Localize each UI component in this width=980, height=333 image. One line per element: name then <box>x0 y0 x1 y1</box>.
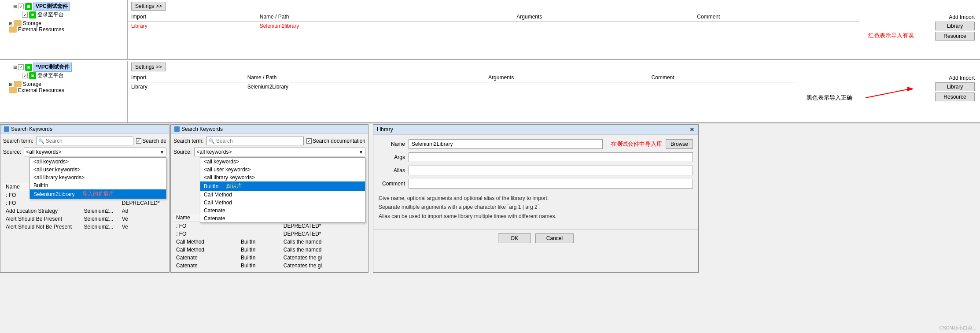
search-input-wrap-1[interactable]: 🔍 <box>36 137 134 145</box>
kw-row-2-2: : FODEPRECATED* <box>173 230 365 238</box>
lib-comment-input[interactable] <box>409 179 693 189</box>
dropdown-arrow-2: ▼ <box>359 150 363 155</box>
source-select-value-1: <all keywords> <box>26 149 160 155</box>
library-close-btn[interactable]: ✕ <box>689 126 695 133</box>
vpc-suite-label-1: VPC测试套件 <box>33 2 70 11</box>
ext-resources-label-1: External Resources <box>18 26 64 33</box>
opt-catenate1-2[interactable]: Catenate <box>200 207 365 215</box>
ext-resources-1: External Resources <box>0 26 127 33</box>
selenium-option-text-1: Selenium2Library <box>33 191 74 197</box>
lib-name-input[interactable] <box>409 139 603 149</box>
th-import-1: Import <box>128 12 256 22</box>
comment-cell-1 <box>693 22 859 31</box>
storage-1: ⊞ Storage <box>0 20 127 26</box>
browse-btn[interactable]: Browse <box>666 139 693 149</box>
annotation-red: 红色表示导入有误 <box>859 12 923 59</box>
resource-btn-1[interactable]: Resource <box>935 32 975 41</box>
builtin-annotation-2: 默认库 <box>221 182 242 190</box>
search-doc-wrap-2: ✓ Search documentation <box>306 138 365 144</box>
import-row-1: Library Selenium2library <box>128 22 859 31</box>
search-dialog-1: Search Keywords Search term: 🔍 ✓ Search … <box>0 124 169 273</box>
tree-item-vpc1: ⊞ ✓ ▣ VPC测试套件 <box>0 2 127 11</box>
lib-args-label: Args <box>379 154 405 160</box>
args-cell-2 <box>485 82 648 92</box>
import-cell-2: Library <box>128 82 244 92</box>
library-dialog-title: Library <box>377 126 393 133</box>
source-select-1[interactable]: <all keywords> ▼ <box>24 148 166 156</box>
source-label-1: Source: <box>3 149 21 155</box>
kw-row-2-4: Call MethodBuiltInCalls the named <box>173 246 365 254</box>
search-icon-2: 🔍 <box>209 138 215 144</box>
lib-alias-input[interactable] <box>409 166 693 175</box>
search-input-2[interactable] <box>216 138 302 144</box>
kw-row-2-1: : FODEPRECATED* <box>173 222 365 230</box>
source-select-value-2: <all keywords> <box>196 149 359 155</box>
search-dialog-1-title: Search Keywords <box>11 126 52 132</box>
storage-2: ⊞ Storage <box>0 81 127 87</box>
search-dialog-2-title: Search Keywords <box>181 126 223 132</box>
settings-btn-1[interactable]: Settings >> <box>131 2 166 11</box>
watermark: CSDN@小白菜... <box>939 325 976 331</box>
th-args-1: Arguments <box>513 12 693 22</box>
th-namepath-2: Name / Path <box>244 73 485 82</box>
opt-user-kw-1[interactable]: <all user keywords> <box>30 166 166 174</box>
svg-marker-1 <box>907 87 914 91</box>
ok-btn[interactable]: OK <box>498 233 531 243</box>
kw-row-2-5: CatenateBuiltInCatenates the gi <box>173 254 365 262</box>
add-import-label-2: Add Import <box>949 75 975 81</box>
lib-name-label: Name <box>379 141 405 147</box>
th-import-2: Import <box>128 73 244 82</box>
opt-user-kw-2[interactable]: <all user keywords> <box>200 166 365 174</box>
vpc-suite-label-2: *VPC测试套件 <box>33 63 72 72</box>
opt-all-kw-1[interactable]: <all keywords> <box>30 158 166 166</box>
th-comment-1: Comment <box>693 12 859 22</box>
search-dialog-2-titlebar: Search Keywords <box>171 125 368 134</box>
opt-selenium-1[interactable]: Selenium2Library 导入的扩展库 <box>30 189 166 199</box>
kw-cell-name-1-2: : FO <box>3 199 81 207</box>
opt-builtin-1[interactable]: BuiltIn <box>30 181 166 189</box>
login-label-2: 登录至平台 <box>37 72 64 79</box>
red-arrow <box>861 73 923 122</box>
opt-builtin-2[interactable]: BuiltIn 默认库 <box>200 181 365 191</box>
ext-resources-2: External Resources <box>0 87 127 93</box>
search-input-wrap-2[interactable]: 🔍 <box>206 137 304 145</box>
import-cell-1: Library <box>128 22 256 31</box>
library-btn-2[interactable]: Library <box>935 82 975 91</box>
args-cell-1 <box>513 22 693 31</box>
comment-cell-2 <box>648 82 798 92</box>
cancel-btn[interactable]: Cancel <box>535 233 574 243</box>
tree-item-vpc2: ⊞ ✓ ▣ *VPC测试套件 <box>0 63 127 72</box>
add-import-label-1: Add Import <box>949 14 975 20</box>
library-btn-1[interactable]: Library <box>935 22 975 30</box>
opt-callmethod1-2[interactable]: Call Method <box>200 191 365 199</box>
opt-catenate2-2[interactable]: Catenate <box>200 215 365 222</box>
settings-btn-2[interactable]: Settings >> <box>131 63 166 71</box>
kw-row-1-4: Alert Should Be PresentSelenium2...Ve <box>3 215 166 223</box>
search-doc-wrap-1: ✓ Search de <box>136 138 166 144</box>
search-input-1[interactable] <box>46 138 132 144</box>
import-row-2: Library Selenium2Library <box>128 82 798 92</box>
opt-callmethod2-2[interactable]: Call Method <box>200 199 365 207</box>
builtin-option-text-2: BuiltIn <box>204 183 218 189</box>
dialog-icon-2 <box>174 126 180 132</box>
opt-lib-kw-1[interactable]: <all library keywords> <box>30 174 166 181</box>
ext-resources-label-2: External Resources <box>18 87 64 93</box>
tree-item-login2: ✓ ▣ 登录至平台 <box>0 72 127 79</box>
lib-args-input[interactable] <box>409 152 693 162</box>
lib-alias-label: Alias <box>379 167 405 174</box>
source-select-2[interactable]: <all keywords> ▼ <box>194 148 365 156</box>
resource-btn-2[interactable]: Resource <box>935 92 975 101</box>
search-icon-1: 🔍 <box>38 138 44 144</box>
search-term-label-2: Search term: <box>173 138 204 144</box>
dropdown-arrow-1: ▼ <box>160 150 164 155</box>
th-comment-2: Comment <box>648 73 798 82</box>
kw-row-1-2: : FODEPRECATED* <box>3 199 166 207</box>
kw-row-2-3: Call MethodBuiltInCalls the named <box>173 238 365 246</box>
tree-item-login1: ✓ ▣ 登录至平台 <box>0 11 127 18</box>
annotation-black: 黑色表示导入正确 <box>798 73 861 122</box>
search-term-label-1: Search term: <box>3 138 33 144</box>
opt-lib-kw-2[interactable]: <all library keywords> <box>200 174 365 181</box>
kw-row-1-3: Add Location StrategySelenium2...Ad <box>3 207 166 215</box>
search-doc-label-1: Search de <box>142 138 166 144</box>
opt-all-kw-2[interactable]: <all keywords> <box>200 158 365 166</box>
